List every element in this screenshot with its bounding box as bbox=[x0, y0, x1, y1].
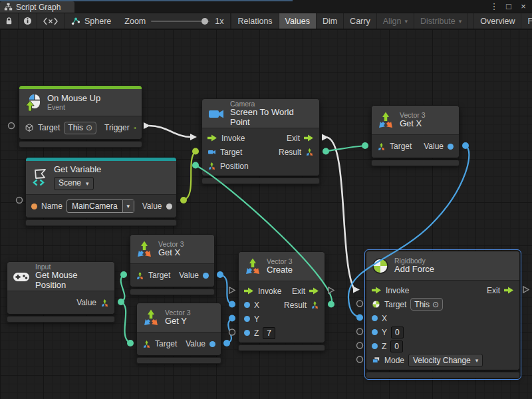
port-label-z: Z bbox=[254, 329, 259, 338]
unity-script-graph-window: Script Graph ⋮ □ × bbox=[0, 0, 532, 399]
vector3-port-icon[interactable] bbox=[311, 301, 319, 309]
node-title: Get X bbox=[400, 119, 426, 129]
rigidbody-icon bbox=[372, 257, 389, 275]
enum-mode-icon[interactable] bbox=[372, 356, 380, 364]
graph-asset-icon bbox=[71, 17, 80, 26]
node-get-variable[interactable]: Get Variable Scene ▾ Name MainCamera ▾ bbox=[25, 157, 177, 226]
object-picker-icon: ⊙ bbox=[86, 123, 92, 132]
float-port[interactable] bbox=[244, 316, 250, 322]
node-rigidbody-add-force[interactable]: Rigidbody Add Force Invoke Exit Target bbox=[366, 251, 520, 378]
window-menu-button[interactable]: ⋮ bbox=[488, 1, 500, 12]
z-value-field[interactable]: 0 bbox=[390, 340, 403, 352]
camera-mini-icon[interactable] bbox=[207, 148, 216, 156]
toolbar-button-relations[interactable]: Relations bbox=[231, 13, 279, 29]
vector3-port-icon[interactable] bbox=[377, 142, 386, 151]
vector3-icon bbox=[142, 309, 160, 327]
toolbar-button-align[interactable]: Align▾ bbox=[377, 13, 414, 29]
node-footer bbox=[366, 372, 520, 378]
float-port[interactable] bbox=[372, 343, 378, 349]
mouse-up-icon bbox=[25, 94, 42, 111]
variable-name-dropdown[interactable]: MainCamera ▾ bbox=[66, 200, 134, 213]
graph-reference[interactable]: Sphere bbox=[65, 13, 118, 29]
float-port[interactable] bbox=[244, 330, 250, 336]
flow-port-icon[interactable] bbox=[134, 124, 136, 132]
zoom-slider[interactable] bbox=[151, 21, 209, 22]
force-mode-dropdown[interactable]: Velocity Change ▾ bbox=[408, 354, 483, 367]
port-label-y: Y bbox=[254, 315, 259, 324]
port-label-trigger: Trigger bbox=[104, 123, 130, 132]
tab-script-graph[interactable]: Script Graph bbox=[0, 1, 74, 13]
float-port[interactable] bbox=[244, 302, 250, 308]
node-vector3-get-x-lower[interactable]: Vector 3 Get X Target Value bbox=[130, 234, 215, 295]
flow-port-icon[interactable] bbox=[372, 287, 382, 294]
toolbar-button-dim[interactable]: Dim bbox=[317, 13, 344, 29]
toolbar-button-overview[interactable]: Overview bbox=[474, 13, 521, 29]
toolbar-button-distribute[interactable]: Distribute▾ bbox=[414, 13, 468, 29]
node-title: Create bbox=[267, 265, 293, 275]
object-picker-icon: ⊙ bbox=[432, 300, 439, 309]
port-label-result: Result bbox=[284, 301, 307, 310]
chevron-down-icon: ▾ bbox=[86, 180, 89, 187]
tab-bar: Script Graph ⋮ □ × bbox=[0, 0, 532, 13]
float-port[interactable] bbox=[372, 329, 378, 335]
info-button[interactable] bbox=[19, 13, 37, 29]
target-self-chip[interactable]: This ⊙ bbox=[64, 122, 96, 134]
port-label-target: Target bbox=[384, 300, 406, 309]
port-label-target: Target bbox=[155, 339, 177, 348]
float-port[interactable] bbox=[209, 341, 215, 347]
window-close-button[interactable]: × bbox=[517, 1, 529, 12]
node-vector3-create[interactable]: Vector 3 Create Invoke Exit X Result bbox=[238, 251, 325, 351]
port-label-x: X bbox=[254, 301, 259, 310]
toolbar-button-values[interactable]: Values bbox=[279, 13, 317, 29]
zoom-slider-thumb[interactable] bbox=[201, 18, 208, 25]
zoom-label: Zoom bbox=[124, 17, 146, 26]
window-maximize-button[interactable]: □ bbox=[503, 1, 515, 12]
port-label-invoke: Invoke bbox=[221, 134, 245, 143]
flow-port-icon[interactable] bbox=[244, 287, 254, 295]
lock-button[interactable] bbox=[0, 13, 19, 29]
z-value-field[interactable]: 7 bbox=[263, 327, 275, 339]
vector3-icon bbox=[136, 241, 153, 258]
node-screen-to-world-point[interactable]: Camera Screen To World Point Invoke Exit… bbox=[201, 98, 320, 184]
object-port[interactable] bbox=[166, 203, 172, 209]
flow-port-icon[interactable] bbox=[304, 134, 314, 142]
node-title: Screen To World Point bbox=[230, 108, 313, 128]
toolbar-button-carry[interactable]: Carry bbox=[344, 13, 377, 29]
vector3-port-icon[interactable] bbox=[207, 162, 216, 170]
port-label-invoke: Invoke bbox=[386, 286, 409, 295]
variable-scope-dropdown[interactable]: Scene ▾ bbox=[54, 177, 94, 190]
port-label-target: Target bbox=[148, 271, 170, 280]
script-graph-icon bbox=[4, 3, 13, 11]
vector3-port-icon[interactable] bbox=[136, 271, 144, 280]
toolbar-button-fullscreen[interactable]: Full Screen bbox=[521, 13, 532, 29]
node-footer bbox=[130, 289, 215, 295]
chevron-down-icon: ▾ bbox=[475, 357, 479, 364]
string-port[interactable] bbox=[31, 203, 37, 209]
toolbar-divider bbox=[468, 13, 474, 29]
flow-port-icon[interactable] bbox=[309, 287, 319, 295]
node-get-mouse-position[interactable]: Input Get Mouse Position Value bbox=[7, 261, 115, 323]
node-on-mouse-up[interactable]: On Mouse Up Event Target This ⊙ Trigger bbox=[19, 85, 142, 148]
port-label-y: Y bbox=[382, 328, 387, 337]
target-self-chip[interactable]: This ⊙ bbox=[410, 298, 443, 311]
gameobject-cube-icon bbox=[25, 123, 34, 132]
port-label-value: Value bbox=[179, 271, 199, 280]
float-port[interactable] bbox=[203, 273, 209, 279]
vector3-port-icon[interactable] bbox=[100, 299, 109, 307]
node-title: On Mouse Up bbox=[47, 94, 100, 104]
node-vector3-get-x-upper[interactable]: Vector 3 Get X Target Value bbox=[371, 105, 460, 166]
float-port[interactable] bbox=[372, 315, 378, 321]
flow-port-icon[interactable] bbox=[504, 287, 514, 294]
port-label-mode: Mode bbox=[384, 356, 404, 365]
zoom-to-fit-button[interactable] bbox=[37, 13, 65, 29]
node-category: Input bbox=[35, 263, 108, 271]
graph-toolbar: Sphere Zoom 1x Relations Values Dim Carr… bbox=[0, 13, 532, 29]
rigidbody-mini-icon[interactable] bbox=[372, 300, 380, 309]
flow-port-icon[interactable] bbox=[207, 134, 217, 142]
node-vector3-get-y[interactable]: Vector 3 Get Y Target Value bbox=[136, 303, 221, 364]
node-footer bbox=[7, 316, 115, 323]
vector3-port-icon[interactable] bbox=[305, 148, 314, 156]
vector3-port-icon[interactable] bbox=[142, 340, 151, 348]
y-value-field[interactable]: 0 bbox=[391, 327, 404, 338]
float-port[interactable] bbox=[448, 144, 454, 150]
